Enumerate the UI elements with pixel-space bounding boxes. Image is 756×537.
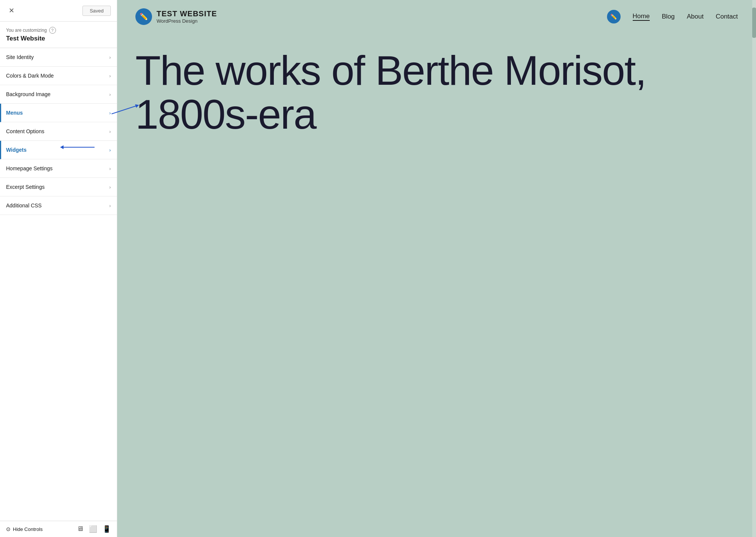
scrollbar-track[interactable]	[752, 0, 756, 537]
menu-item-label: Additional CSS	[6, 202, 42, 209]
menu-item-menus[interactable]: Menus›	[0, 104, 117, 122]
chevron-right-icon: ›	[109, 54, 111, 60]
nav-link-home[interactable]: Home	[633, 12, 650, 21]
site-title-group: TEST WEBSITE WordPress Design	[157, 9, 217, 24]
tablet-icon[interactable]: ⬜	[89, 525, 97, 533]
mobile-icon[interactable]: 📱	[102, 525, 111, 533]
device-icons: 🖥 ⬜ 📱	[77, 525, 111, 533]
chevron-right-icon: ›	[109, 166, 111, 171]
chevron-right-icon: ›	[109, 184, 111, 190]
menu-item-widgets[interactable]: Widgets›	[0, 141, 117, 159]
close-button[interactable]: ✕	[6, 5, 17, 16]
menu-item-label: Excerpt Settings	[6, 184, 45, 190]
hero-text: The works of Berthe Morisot, 1800s-era	[135, 48, 738, 136]
menu-item-label: Menus	[6, 110, 23, 116]
menu-item-content-options[interactable]: Content Options›	[0, 122, 117, 141]
menu-item-label: Site Identity	[6, 54, 34, 60]
menu-item-background-image[interactable]: Background Image›	[0, 85, 117, 104]
saved-button[interactable]: Saved	[82, 6, 111, 16]
menu-item-label: Background Image	[6, 91, 51, 97]
edit-nav-icon[interactable]: ✏️	[607, 10, 621, 23]
sidebar-header: ✕ Saved	[0, 0, 117, 22]
menu-item-label: Content Options	[6, 128, 44, 134]
menu-item-colors-dark-mode[interactable]: Colors & Dark Mode›	[0, 67, 117, 85]
menu-item-homepage-settings[interactable]: Homepage Settings›	[0, 159, 117, 178]
scrollbar-thumb[interactable]	[752, 8, 756, 38]
chevron-right-icon: ›	[109, 203, 111, 209]
site-logo-area: ✏️ TEST WEBSITE WordPress Design	[135, 8, 217, 25]
menu-item-label: Homepage Settings	[6, 165, 53, 171]
logo-icon[interactable]: ✏️	[135, 8, 152, 25]
site-header: ✏️ TEST WEBSITE WordPress Design ✏️ Home…	[117, 0, 756, 33]
hide-controls-button[interactable]: Hide Controls	[6, 526, 43, 532]
nav-link-blog[interactable]: Blog	[662, 13, 675, 20]
site-tagline: WordPress Design	[157, 18, 217, 24]
hero-section: The works of Berthe Morisot, 1800s-era	[117, 33, 756, 151]
chevron-right-icon: ›	[109, 110, 111, 116]
nav-link-contact[interactable]: Contact	[716, 13, 738, 20]
site-title: TEST WEBSITE	[157, 9, 217, 18]
chevron-right-icon: ›	[109, 129, 111, 134]
menu-item-label: Colors & Dark Mode	[6, 73, 54, 79]
customizing-label: You are customizing ?	[6, 27, 111, 34]
sidebar-footer: Hide Controls 🖥 ⬜ 📱	[0, 521, 117, 537]
nav-link-about[interactable]: About	[687, 13, 703, 20]
site-nav: ✏️ HomeBlogAboutContact	[607, 10, 738, 23]
menu-item-additional-css[interactable]: Additional CSS›	[0, 196, 117, 215]
menu-item-excerpt-settings[interactable]: Excerpt Settings›	[0, 178, 117, 196]
help-icon[interactable]: ?	[49, 27, 56, 34]
site-preview: ✏️ TEST WEBSITE WordPress Design ✏️ Home…	[117, 0, 756, 537]
chevron-right-icon: ›	[109, 147, 111, 153]
chevron-right-icon: ›	[109, 92, 111, 97]
desktop-icon[interactable]: 🖥	[77, 525, 84, 533]
menu-item-site-identity[interactable]: Site Identity›	[0, 48, 117, 67]
customizer-menu-list: Site Identity›Colors & Dark Mode›Backgro…	[0, 48, 117, 521]
customizer-sidebar: ✕ Saved You are customizing ? Test Websi…	[0, 0, 117, 537]
site-name-label: Test Website	[6, 35, 111, 42]
chevron-right-icon: ›	[109, 73, 111, 79]
menu-item-label: Widgets	[6, 147, 26, 153]
customizing-info: You are customizing ? Test Website	[0, 22, 117, 48]
